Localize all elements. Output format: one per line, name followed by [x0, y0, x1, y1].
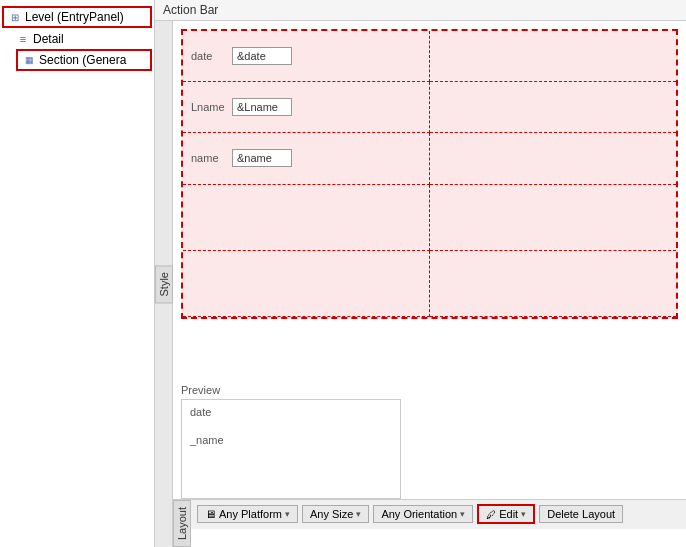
- delete-layout-button[interactable]: Delete Layout: [539, 505, 623, 523]
- layout-tab[interactable]: Layout: [173, 500, 191, 547]
- form-cell-empty-2: [430, 185, 677, 251]
- form-cell-lname-label: Lname &Lname: [183, 82, 430, 133]
- orientation-label: Any Orientation: [381, 508, 457, 520]
- action-bar-title: Action Bar: [163, 3, 218, 17]
- style-tab[interactable]: Style: [155, 265, 173, 303]
- layout-tab-container: Layout: [173, 499, 191, 547]
- preview-area: Preview date _name: [173, 380, 686, 499]
- preview-box: date _name: [181, 399, 401, 499]
- canvas-with-side-tab: Style date &date Lname: [155, 21, 686, 547]
- action-bar-header: Action Bar: [155, 0, 686, 21]
- form-cell-name-label: name &name: [183, 133, 430, 184]
- form-canvas: date &date Lname &Lname name: [173, 21, 686, 380]
- date-label: date: [191, 50, 226, 62]
- edit-label: Edit: [499, 508, 518, 520]
- tree-detail-label: Detail: [33, 32, 64, 46]
- form-cell-empty-1: [183, 185, 430, 251]
- tree-container: ⊞ Level (EntryPanel) ≡ Detail ▦ Section …: [0, 0, 154, 547]
- name-input[interactable]: &name: [232, 149, 292, 167]
- form-cell-name-right: [430, 133, 677, 184]
- tree-section-icon: ▦: [22, 53, 36, 67]
- bottom-toolbar: 🖥 Any Platform ▾ Any Size ▾ Any Orientat…: [191, 499, 686, 529]
- platform-dropdown-arrow: ▾: [285, 509, 290, 519]
- form-cell-date-label: date &date: [183, 31, 430, 82]
- preview-field-date: date: [190, 406, 392, 418]
- name-label: name: [191, 152, 226, 164]
- orientation-dropdown-arrow: ▾: [460, 509, 465, 519]
- tree-root-label: Level (EntryPanel): [25, 10, 124, 24]
- bottom-toolbar-wrapper: Layout 🖥 Any Platform ▾ Any Size ▾: [173, 499, 686, 547]
- size-button[interactable]: Any Size ▾: [302, 505, 369, 523]
- platform-label: Any Platform: [219, 508, 282, 520]
- edit-button[interactable]: 🖊 Edit ▾: [477, 504, 535, 524]
- style-tab-container: Style: [155, 21, 173, 547]
- tree-detail-item[interactable]: ≡ Detail: [0, 30, 154, 48]
- left-panel: ⊞ Level (EntryPanel) ≡ Detail ▦ Section …: [0, 0, 155, 547]
- tree-detail-icon: ≡: [16, 32, 30, 46]
- platform-button[interactable]: 🖥 Any Platform ▾: [197, 505, 298, 523]
- preview-field-name: _name: [190, 434, 392, 446]
- canvas-area: date &date Lname &Lname name: [173, 21, 686, 547]
- tree-root-item[interactable]: ⊞ Level (EntryPanel): [2, 6, 152, 28]
- tree-section-item[interactable]: ▦ Section (Genera: [16, 49, 152, 71]
- date-input[interactable]: &date: [232, 47, 292, 65]
- lname-label: Lname: [191, 101, 226, 113]
- delete-layout-label: Delete Layout: [547, 508, 615, 520]
- lname-input[interactable]: &Lname: [232, 98, 292, 116]
- form-cell-empty-3: [183, 251, 430, 317]
- form-grid: date &date Lname &Lname name: [181, 29, 678, 319]
- orientation-button[interactable]: Any Orientation ▾: [373, 505, 473, 523]
- edit-dropdown-arrow: ▾: [521, 509, 526, 519]
- tree-grid-icon: ⊞: [8, 10, 22, 24]
- right-content: Action Bar Style date &date: [155, 0, 686, 547]
- size-label: Any Size: [310, 508, 353, 520]
- platform-icon: 🖥: [205, 508, 216, 520]
- form-cell-date-right: [430, 31, 677, 82]
- form-cell-empty-4: [430, 251, 677, 317]
- main-layout: ⊞ Level (EntryPanel) ≡ Detail ▦ Section …: [0, 0, 686, 547]
- preview-label: Preview: [181, 384, 678, 396]
- form-cell-lname-right: [430, 82, 677, 133]
- edit-icon: 🖊: [486, 509, 496, 520]
- size-dropdown-arrow: ▾: [356, 509, 361, 519]
- tree-section-label: Section (Genera: [39, 53, 126, 67]
